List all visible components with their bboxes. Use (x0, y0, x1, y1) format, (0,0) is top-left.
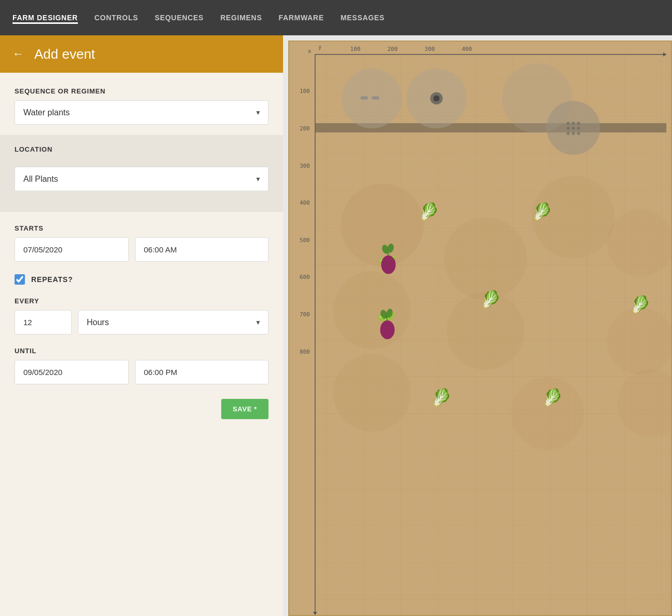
every-unit-select[interactable]: Hours Minutes Days Weeks Months (78, 310, 268, 334)
svg-point-57 (381, 256, 396, 274)
starts-section: STARTS (15, 222, 268, 272)
svg-text:300: 300 (425, 46, 435, 52)
farm-map: x y 100 200 300 400 100 200 300 400 500 … (288, 41, 672, 616)
svg-rect-24 (372, 96, 379, 99)
right-panel: x y 100 200 300 400 100 200 300 400 500 … (283, 35, 672, 616)
svg-point-32 (577, 122, 580, 125)
svg-point-34 (572, 127, 575, 130)
nav-messages[interactable]: MESSAGES (341, 11, 385, 24)
svg-text:x: x (308, 48, 312, 55)
location-section: LOCATION All Plants ▼ (0, 135, 283, 212)
svg-text:300: 300 (300, 163, 310, 169)
svg-text:🥬: 🥬 (480, 289, 501, 309)
panel-header: ← Add event (0, 35, 283, 73)
sequence-select[interactable]: Water plants (15, 100, 268, 125)
end-date-input[interactable] (15, 360, 129, 384)
left-panel: ← Add event SEQUENCE OR REGIMEN Water pl… (0, 35, 283, 616)
every-unit-wrapper: Hours Minutes Days Weeks Months ▼ (78, 310, 268, 334)
nav-farm-designer[interactable]: FARM DESIGNER (12, 11, 78, 24)
svg-point-36 (567, 132, 570, 135)
nav-regimens[interactable]: REGIMENS (220, 11, 262, 24)
svg-point-42 (333, 272, 411, 349)
start-date-input[interactable] (15, 237, 129, 262)
svg-text:🥬: 🥬 (532, 202, 553, 221)
svg-text:200: 200 (387, 46, 398, 52)
svg-text:🥬: 🥬 (542, 387, 563, 407)
nav-sequences[interactable]: SEQUENCES (155, 11, 204, 24)
repeats-checkbox[interactable] (15, 274, 25, 285)
svg-point-31 (572, 122, 575, 125)
svg-text:700: 700 (300, 311, 310, 318)
svg-text:800: 800 (300, 349, 310, 355)
svg-text:100: 100 (350, 46, 360, 52)
nav-controls[interactable]: CONTROLS (95, 11, 138, 24)
location-select-wrapper: All Plants ▼ (15, 167, 268, 191)
svg-point-44 (333, 354, 411, 432)
svg-text:🥬: 🥬 (431, 387, 452, 407)
until-label: UNTIL (15, 347, 268, 355)
location-label: LOCATION (15, 145, 268, 153)
svg-text:100: 100 (300, 88, 310, 95)
farm-map-svg: x y 100 200 300 400 100 200 300 400 500 … (289, 42, 671, 615)
back-button[interactable]: ← (12, 47, 24, 61)
starts-row (15, 237, 268, 262)
repeats-label: REPEATS? (31, 275, 73, 284)
svg-point-37 (572, 132, 575, 135)
svg-text:600: 600 (300, 274, 310, 281)
end-time-input[interactable] (135, 360, 268, 384)
form-body: SEQUENCE OR REGIMEN Water plants ▼ LOCAT… (0, 73, 283, 432)
every-row: Hours Minutes Days Weeks Months ▼ (15, 310, 268, 334)
svg-text:500: 500 (300, 237, 310, 244)
svg-point-46 (607, 307, 671, 374)
until-row (15, 360, 268, 384)
sequence-label: SEQUENCE OR REGIMEN (15, 87, 268, 95)
location-select[interactable]: All Plants (15, 167, 268, 191)
sequence-select-wrapper: Water plants ▼ (15, 100, 268, 125)
svg-text:200: 200 (300, 125, 310, 132)
nav-farmware[interactable]: FARMWARE (278, 11, 324, 24)
svg-point-61 (380, 320, 395, 339)
svg-rect-23 (360, 96, 368, 99)
svg-point-33 (567, 127, 570, 130)
repeats-row: REPEATS? (15, 274, 268, 285)
svg-text:y: y (318, 44, 322, 50)
svg-point-39 (341, 184, 423, 266)
panel-title: Add event (34, 46, 95, 62)
svg-point-47 (607, 209, 671, 276)
main-layout: ← Add event SEQUENCE OR REGIMEN Water pl… (0, 35, 672, 616)
starts-label: STARTS (15, 224, 268, 232)
svg-point-38 (577, 132, 580, 135)
every-number-input[interactable] (15, 310, 72, 334)
svg-text:🥬: 🥬 (419, 202, 439, 221)
every-label: EVERY (15, 297, 268, 305)
top-navigation: FARM DESIGNER CONTROLS SEQUENCES REGIMEN… (0, 0, 672, 35)
save-button[interactable]: SAVE * (221, 399, 268, 419)
svg-text:🥬: 🥬 (630, 294, 651, 314)
start-time-input[interactable] (135, 237, 268, 262)
svg-point-35 (577, 127, 580, 130)
svg-text:400: 400 (300, 199, 310, 206)
svg-point-27 (433, 95, 439, 101)
svg-text:400: 400 (462, 46, 472, 52)
svg-point-40 (444, 217, 527, 300)
svg-point-30 (567, 122, 570, 125)
